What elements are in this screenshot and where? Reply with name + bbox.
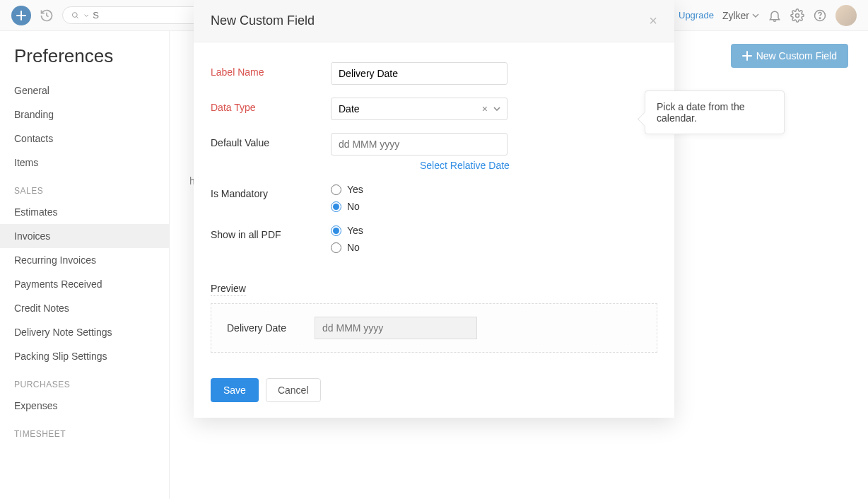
data-type-select[interactable]: ×: [331, 98, 508, 120]
chevron-down-icon[interactable]: [493, 107, 500, 111]
svg-point-2: [796, 13, 799, 17]
search-input[interactable]: [93, 10, 194, 20]
sidebar: Preferences General Branding Contacts It…: [0, 31, 170, 499]
preview-heading: Preview: [211, 283, 246, 296]
label-name-input[interactable]: [331, 62, 508, 85]
search-icon: [71, 11, 80, 20]
sidebar-item-packing-slip-settings[interactable]: Packing Slip Settings: [0, 344, 169, 368]
default-value-label: Default Value: [211, 133, 331, 148]
sidebar-item-general[interactable]: General: [0, 78, 169, 102]
preview-label: Delivery Date: [227, 322, 286, 334]
cancel-button[interactable]: Cancel: [266, 378, 321, 402]
plus-icon: [742, 51, 752, 61]
bell-icon[interactable]: [768, 8, 782, 23]
sidebar-item-branding[interactable]: Branding: [0, 102, 169, 127]
upgrade-link[interactable]: Upgrade: [679, 10, 714, 20]
svg-point-4: [819, 18, 820, 18]
pdf-no-radio[interactable]: No: [331, 242, 657, 253]
new-custom-field-modal: New Custom Field × Label Name Data Type …: [194, 0, 674, 418]
plus-icon: [16, 11, 26, 20]
sidebar-item-estimates[interactable]: Estimates: [0, 200, 169, 224]
modal-header: New Custom Field ×: [194, 0, 674, 42]
mandatory-yes-radio[interactable]: Yes: [331, 184, 657, 195]
save-button[interactable]: Save: [211, 378, 259, 402]
is-mandatory-label: Is Mandatory: [211, 184, 331, 199]
add-button[interactable]: [11, 6, 31, 25]
sidebar-item-invoices[interactable]: Invoices: [0, 224, 169, 248]
svg-point-0: [72, 12, 77, 17]
gear-icon[interactable]: [790, 8, 804, 23]
sidebar-item-expenses[interactable]: Expenses: [0, 394, 169, 418]
chevron-down-icon: [84, 13, 89, 18]
close-button[interactable]: ×: [649, 13, 657, 29]
pdf-yes-radio[interactable]: Yes: [331, 225, 657, 236]
select-relative-date-link[interactable]: Select Relative Date: [420, 160, 510, 171]
tooltip: Pick a date from the calendar.: [645, 90, 785, 134]
search-box[interactable]: [62, 6, 204, 24]
data-type-label: Data Type: [211, 98, 331, 113]
mandatory-no-radio[interactable]: No: [331, 201, 657, 212]
default-value-input[interactable]: [331, 133, 508, 155]
svg-line-1: [76, 16, 78, 18]
sidebar-item-items[interactable]: Items: [0, 151, 169, 175]
chevron-down-icon: [752, 13, 759, 18]
history-icon[interactable]: [40, 8, 54, 23]
label-name-label: Label Name: [211, 62, 331, 78]
nav-header-timesheet: TIMESHEET: [0, 418, 169, 443]
sidebar-item-recurring-invoices[interactable]: Recurring Invoices: [0, 248, 169, 272]
new-custom-field-button[interactable]: New Custom Field: [731, 44, 848, 68]
modal-title: New Custom Field: [211, 13, 315, 28]
preview-box: Delivery Date: [211, 303, 657, 353]
preview-input: [315, 317, 477, 339]
sidebar-item-delivery-note-settings[interactable]: Delivery Note Settings: [0, 320, 169, 344]
nav-header-purchases: PURCHASES: [0, 368, 169, 394]
nav-header-sales: SALES: [0, 175, 169, 200]
sidebar-item-credit-notes[interactable]: Credit Notes: [0, 296, 169, 320]
sidebar-item-payments-received[interactable]: Payments Received: [0, 272, 169, 296]
org-selector[interactable]: Zylker: [722, 10, 759, 21]
sidebar-item-contacts[interactable]: Contacts: [0, 127, 169, 151]
show-pdf-label: Show in all PDF: [211, 225, 331, 240]
avatar[interactable]: [835, 5, 857, 26]
page-title: Preferences: [0, 45, 169, 78]
help-icon[interactable]: [813, 8, 827, 23]
clear-icon[interactable]: ×: [482, 103, 488, 115]
